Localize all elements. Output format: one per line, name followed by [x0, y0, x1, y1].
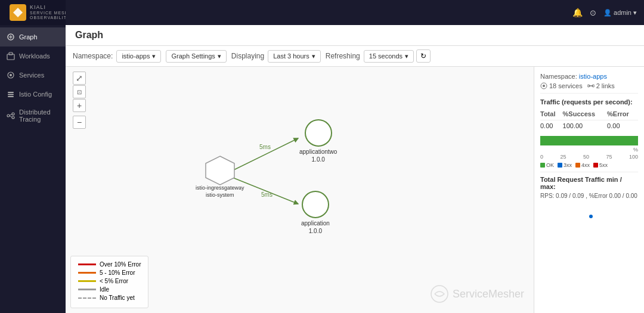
bar-legend-3xx-dot	[558, 163, 562, 168]
fit-zoom-button[interactable]: ⤢	[73, 72, 86, 85]
panel-stats: 18 services 2 links	[540, 82, 638, 94]
reset-zoom-button[interactable]: ⊡	[73, 85, 86, 98]
time-range-value: Last 3 hours	[273, 52, 309, 60]
sidebar-item-istio-config[interactable]: Istio Config	[0, 85, 66, 104]
bar-percent-label: %	[633, 147, 638, 153]
panel-namespace-link[interactable]: istio-apps	[579, 73, 607, 80]
workloads-icon	[6, 51, 16, 61]
svg-point-23	[543, 85, 545, 87]
legend-item-over10: Over 10% Error	[78, 261, 141, 268]
user-menu[interactable]: 👤 admin ▾	[603, 9, 637, 17]
refresh-icon: ↻	[420, 52, 426, 60]
refresh-interval-dropdown[interactable]: 15 seconds ▾	[364, 50, 414, 63]
sidebar-item-distributed-tracing[interactable]: Distributed Tracing	[0, 104, 66, 128]
app-one-node[interactable]: application1.0.0	[301, 191, 330, 235]
legend-item-no-traffic: No Traffic yet	[78, 295, 141, 301]
services-stat: 18 services	[540, 82, 583, 89]
kiali-logo-icon	[10, 4, 26, 21]
panel-divider	[540, 172, 638, 172]
min-max-title: Total Request Traffic min / max:	[540, 176, 638, 190]
svg-text:5ms: 5ms	[261, 191, 273, 198]
graph-area: ⤢ ⊡ + −	[66, 67, 644, 313]
app-one-node-shape	[302, 191, 329, 218]
sidebar-item-services[interactable]: Services	[0, 66, 66, 85]
zoom-out-button[interactable]: −	[73, 116, 86, 129]
links-stat-icon	[587, 82, 595, 89]
svg-rect-9	[8, 94, 14, 95]
services-icon	[6, 70, 16, 80]
right-panel: Namespace: istio-apps 18 services 2 link…	[534, 67, 644, 313]
gateway-node[interactable]: istio-ingressgatewayistio-system	[196, 155, 244, 199]
bar-scale-25: 25	[560, 154, 566, 160]
bar-scale-75: 75	[606, 154, 612, 160]
traffic-section-title: Traffic (requests per second):	[540, 98, 638, 106]
toolbar: Namespace: istio-apps ▾ Graph Settings ▾…	[66, 46, 644, 67]
graph-settings-label: Graph Settings	[171, 52, 215, 60]
user-label: admin	[614, 9, 631, 16]
svg-point-7	[10, 74, 12, 76]
traffic-error-value: 0.00	[607, 120, 638, 132]
app-two-node-label: applicationtwo1.0.0	[299, 148, 337, 163]
user-icon: 👤	[603, 9, 612, 17]
topbar: 🔔 ⊙ 👤 admin ▾	[66, 0, 644, 25]
refresh-interval-value: 15 seconds	[369, 52, 402, 60]
sidebar-item-graph-label: Graph	[19, 33, 38, 41]
gateway-node-label: istio-ingressgatewayistio-system	[196, 185, 244, 199]
legend-label-over10: Over 10% Error	[100, 261, 141, 268]
bar-legend-4xx-dot	[575, 163, 580, 168]
svg-point-13	[12, 116, 14, 119]
legend-label-idle: Idle	[100, 286, 109, 293]
traffic-col-total: Total	[540, 109, 563, 120]
svg-point-21	[431, 286, 448, 302]
user-caret-icon: ▾	[633, 9, 637, 17]
traffic-success-value: 100.00	[563, 120, 608, 132]
app-two-node[interactable]: applicationtwo1.0.0	[299, 119, 337, 163]
sidebar: KIALI SERVICE MESH OBSERVABILITY Graph W…	[0, 0, 66, 313]
bar-legend-3xx: 3xx	[558, 162, 572, 168]
graph-settings-caret-icon: ▾	[218, 52, 221, 60]
namespace-section: Namespace: istio-apps ▾	[73, 50, 161, 63]
sidebar-item-workloads[interactable]: Workloads	[0, 47, 66, 66]
bar-scale: 0 25 50 75 100	[540, 154, 638, 160]
graph-settings-button[interactable]: Graph Settings ▾	[166, 50, 226, 63]
config-icon	[6, 89, 16, 99]
panel-namespace: Namespace: istio-apps	[540, 73, 638, 80]
services-count: 18 services	[549, 82, 583, 89]
refresh-interval-caret-icon: ▾	[405, 52, 408, 60]
notification-bell-icon[interactable]: 🔔	[572, 8, 583, 17]
bar-legend-ok-label: OK	[546, 162, 554, 168]
svg-line-14	[10, 114, 12, 116]
time-range-caret-icon: ▾	[312, 52, 315, 60]
bar-legend-5xx-label: 5xx	[599, 162, 608, 168]
bar-legend-5xx: 5xx	[593, 162, 608, 168]
help-icon[interactable]: ⊙	[590, 8, 596, 17]
content-area: Graph Namespace: istio-apps ▾ Graph Sett…	[66, 25, 644, 313]
watermark: ServiceMesher	[430, 284, 524, 303]
namespace-label: Namespace:	[73, 52, 113, 60]
table-row: 0.00 100.00 0.00	[540, 120, 638, 132]
namespace-dropdown[interactable]: istio-apps ▾	[116, 50, 161, 63]
sidebar-item-graph[interactable]: Graph	[0, 27, 66, 47]
main-content: 🔔 ⊙ 👤 admin ▾ Graph Namespace: istio-app…	[66, 0, 644, 313]
links-count: 2 links	[596, 82, 615, 89]
svg-marker-20	[206, 156, 234, 185]
bar-legend-4xx: 4xx	[575, 162, 590, 168]
bar-legend-ok-dot	[540, 163, 545, 168]
displaying-section: Displaying Last 3 hours ▾	[231, 50, 321, 63]
bar-row	[540, 136, 638, 145]
app-one-node-label: application1.0.0	[301, 219, 330, 235]
svg-rect-8	[8, 92, 14, 93]
refresh-button[interactable]: ↻	[416, 49, 431, 63]
svg-line-15	[10, 116, 12, 117]
traffic-col-success: %Success	[563, 109, 608, 120]
time-range-dropdown[interactable]: Last 3 hours ▾	[268, 50, 321, 63]
svg-point-12	[12, 113, 14, 115]
services-stat-icon	[540, 82, 547, 89]
sidebar-item-workloads-label: Workloads	[19, 52, 50, 60]
graph-canvas[interactable]: ⤢ ⊡ + −	[66, 67, 534, 313]
traffic-table: Total %Success %Error 0.00 100.00 0.00	[540, 109, 638, 131]
graph-legend: Over 10% Error 5 - 10% Error < 5% Error …	[70, 256, 148, 308]
zoom-controls: ⤢ ⊡ + −	[73, 72, 86, 129]
zoom-in-button[interactable]: +	[73, 99, 86, 112]
legend-item-lt5: < 5% Error	[78, 278, 141, 284]
